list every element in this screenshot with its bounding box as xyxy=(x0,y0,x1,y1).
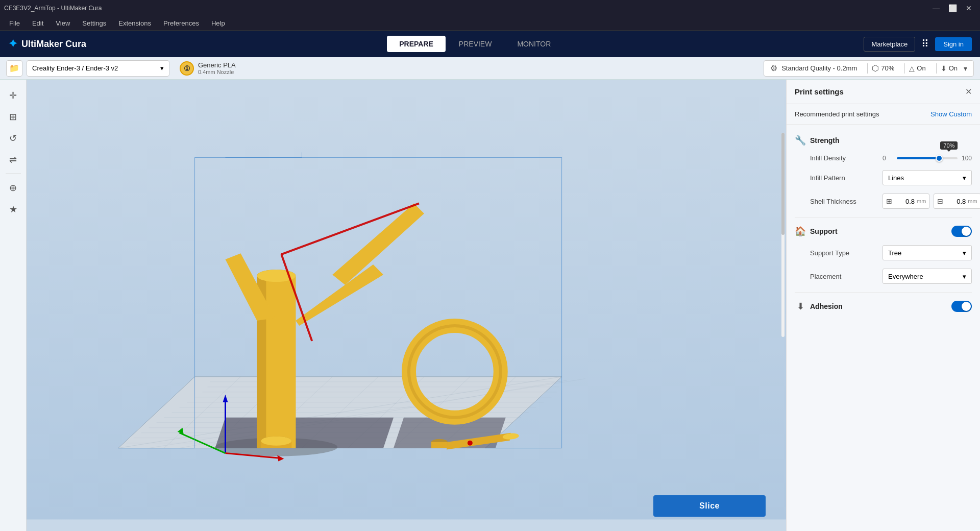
infill-pattern-select[interactable]: Lines ▾ xyxy=(883,170,972,185)
support-section: 🏠 Support Support Type Tree ▾ xyxy=(787,220,980,290)
signin-button[interactable]: Sign in xyxy=(935,37,972,51)
scrollbar-track xyxy=(781,133,785,337)
shell-top-input-group: ⊟ mm xyxy=(934,194,980,209)
open-folder-button[interactable]: 📁 xyxy=(6,60,22,77)
logo-icon: ✦ xyxy=(8,37,17,51)
divider-2 xyxy=(795,292,972,293)
support-header-left: 🏠 Support xyxy=(795,226,838,237)
slider-track[interactable]: 70% xyxy=(897,157,958,159)
support-tool-button[interactable]: ★ xyxy=(4,200,23,219)
arrange-tool-button[interactable]: ⊕ xyxy=(4,178,23,198)
menu-edit[interactable]: Edit xyxy=(27,18,48,28)
placement-value: Everywhere xyxy=(888,273,923,280)
tab-monitor[interactable]: MONITOR xyxy=(505,36,563,52)
shell-wall-input[interactable] xyxy=(894,198,915,205)
printer-selector[interactable]: Creality Ender-3 / Ender-3 v2 ▾ xyxy=(27,60,169,77)
material-nozzle: 0.4mm Nozzle xyxy=(198,69,236,75)
logo-text: UltiMaker Cura xyxy=(21,39,86,50)
scale-tool-button[interactable]: ⊞ xyxy=(4,107,23,127)
shell-top-icon: ⊟ xyxy=(937,197,943,205)
maximize-button[interactable]: ⬜ xyxy=(945,3,960,14)
move-tool-button[interactable]: ✛ xyxy=(4,86,23,105)
slider-max: 100 xyxy=(962,155,972,162)
adhesion-value: On xyxy=(949,64,958,72)
adhesion-title: Adhesion xyxy=(810,302,843,310)
support-icon-section: 🏠 xyxy=(795,226,806,237)
shell-thickness-label: Shell Thickness xyxy=(810,198,876,205)
scrollbar-thumb[interactable] xyxy=(781,133,785,235)
material-name: Generic PLA xyxy=(198,61,236,69)
window-controls: — ⬜ ✕ xyxy=(929,3,976,14)
menu-preferences[interactable]: Preferences xyxy=(158,18,204,28)
adhesion-icon-section: ⬇ xyxy=(795,301,806,312)
apps-icon[interactable]: ⠿ xyxy=(921,38,929,50)
infill-pattern-row: Infill Pattern Lines ▾ xyxy=(787,166,980,189)
shell-wall-icon: ⊞ xyxy=(886,197,892,205)
placement-chevron: ▾ xyxy=(963,273,966,280)
shell-wall-input-group: ⊞ mm xyxy=(883,194,929,209)
window-title-text: CE3E3V2_ArmTop - UltiMaker Cura xyxy=(4,5,102,12)
quality-settings-bar: ⚙ Standard Quality - 0.2mm ⬡ 70% △ On ⬇ … xyxy=(764,60,974,77)
menu-bar: File Edit View Settings Extensions Prefe… xyxy=(0,16,980,31)
minimize-button[interactable]: — xyxy=(929,3,943,14)
adhesion-toggle[interactable] xyxy=(951,301,972,312)
panel-header: Print settings ✕ xyxy=(787,80,980,104)
menu-settings[interactable]: Settings xyxy=(77,18,111,28)
shell-top-unit: mm xyxy=(968,198,977,204)
slice-button[interactable]: Slice xyxy=(653,495,766,517)
infill-pattern-chevron: ▾ xyxy=(963,174,966,182)
printer-toolbar: 📁 Creality Ender-3 / Ender-3 v2 ▾ ① Gene… xyxy=(0,57,980,80)
app-logo: ✦ UltiMaker Cura xyxy=(8,37,86,51)
adhesion-icon: ⬇ xyxy=(941,64,947,73)
divider-1 xyxy=(795,217,972,218)
viewport[interactable] xyxy=(27,80,786,531)
support-header: 🏠 Support xyxy=(787,222,980,241)
close-panel-button[interactable]: ✕ xyxy=(965,87,972,96)
close-button[interactable]: ✕ xyxy=(962,3,976,14)
3d-scene xyxy=(27,80,786,531)
quality-label: Standard Quality - 0.2mm xyxy=(781,64,857,72)
toolbar-tabs: PREPARE PREVIEW MONITOR xyxy=(387,36,563,52)
strength-section: 🔧 Strength Infill Density 0 70% xyxy=(787,129,980,215)
svg-marker-48 xyxy=(431,442,448,448)
menu-file[interactable]: File xyxy=(4,18,25,28)
window-title: CE3E3V2_ArmTop - UltiMaker Cura xyxy=(4,5,102,12)
menu-help[interactable]: Help xyxy=(206,18,230,28)
menu-view[interactable]: View xyxy=(51,18,75,28)
support-toggle-thumb xyxy=(962,227,971,236)
main-area: ✛ ⊞ ↺ ⇌ ⊕ ★ xyxy=(0,80,980,531)
svg-rect-0 xyxy=(27,91,786,520)
tab-prepare[interactable]: PREPARE xyxy=(387,36,446,52)
material-details: Generic PLA 0.4mm Nozzle xyxy=(198,61,236,75)
slider-thumb[interactable]: 70% xyxy=(936,155,943,162)
shell-top-input[interactable] xyxy=(945,198,966,205)
settings-expand-button[interactable]: ▾ xyxy=(964,64,967,73)
infill-density-slider[interactable]: 0 70% 100 xyxy=(883,155,972,162)
mirror-tool-button[interactable]: ⇌ xyxy=(4,150,23,170)
top-toolbar: ✦ UltiMaker Cura PREPARE PREVIEW MONITOR… xyxy=(0,31,980,57)
marketplace-button[interactable]: Marketplace xyxy=(864,37,915,52)
show-custom-button[interactable]: Show Custom xyxy=(930,110,972,118)
adhesion-header: ⬇ Adhesion xyxy=(787,297,980,316)
material-info: ① Generic PLA 0.4mm Nozzle xyxy=(174,61,760,76)
shell-inputs: ⊞ mm ⊟ mm xyxy=(883,194,980,209)
left-sidebar: ✛ ⊞ ↺ ⇌ ⊕ ★ xyxy=(0,80,27,531)
infill-density-row: Infill Density 0 70% 100 xyxy=(787,150,980,166)
menu-extensions[interactable]: Extensions xyxy=(113,18,156,28)
panel-title: Print settings xyxy=(795,87,844,96)
tab-preview[interactable]: PREVIEW xyxy=(447,36,504,52)
slider-fill xyxy=(897,157,939,159)
support-type-value: Tree xyxy=(888,249,901,257)
infill-icon: ⬡ xyxy=(872,63,879,73)
support-toggle[interactable] xyxy=(951,226,972,237)
placement-select[interactable]: Everywhere ▾ xyxy=(883,269,972,284)
slider-tooltip: 70% xyxy=(940,141,958,150)
support-type-select[interactable]: Tree ▾ xyxy=(883,245,972,260)
rotate-tool-button[interactable]: ↺ xyxy=(4,129,23,148)
recommended-bar: Recommended print settings Show Custom xyxy=(787,104,980,125)
adhesion-header-left: ⬇ Adhesion xyxy=(795,301,843,312)
printer-dropdown-icon: ▾ xyxy=(160,64,164,72)
shell-wall-unit: mm xyxy=(917,198,926,204)
slice-area: Slice xyxy=(653,495,766,517)
title-bar: CE3E3V2_ArmTop - UltiMaker Cura — ⬜ ✕ xyxy=(0,0,980,16)
